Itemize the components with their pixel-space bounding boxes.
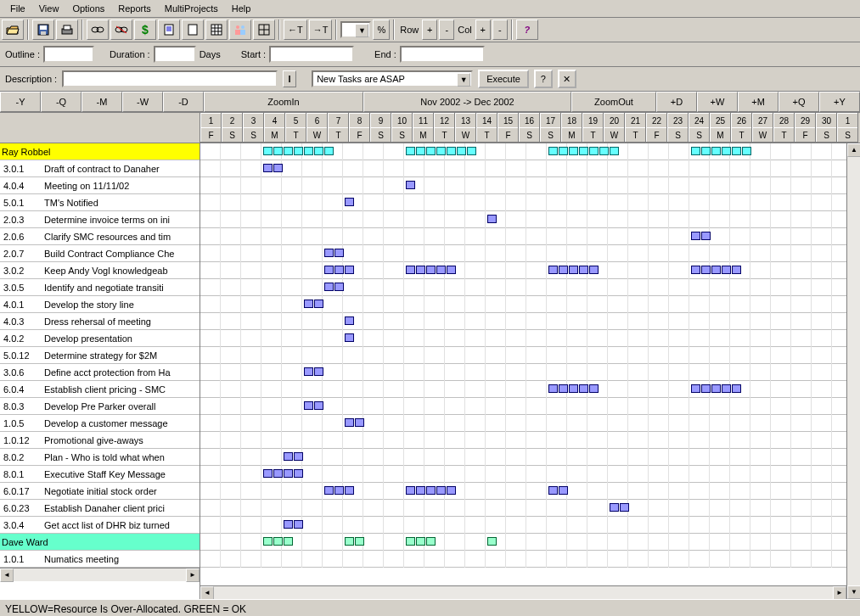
grid-icon[interactable] [253,20,275,40]
gantt-bar[interactable] [610,503,630,512]
day-dow[interactable]: T [285,127,306,142]
nav-minus-quarter[interactable]: -Q [41,92,82,112]
day-num[interactable]: 17 [540,113,560,127]
nav-plus-year[interactable]: +Y [819,92,860,112]
task-row[interactable]: 5.0.1TM's Notified [0,194,200,211]
day-num[interactable]: 22 [646,113,666,127]
save-icon[interactable] [32,20,54,40]
day-num[interactable]: 18 [561,113,582,127]
gantt-bar[interactable] [487,215,497,223]
task-row[interactable]: 6.0.4Establish client pricing - SMC [0,381,200,398]
day-dow[interactable]: S [667,127,688,142]
task-row[interactable]: 4.0.2Develop presentation [0,330,200,347]
task-row[interactable]: 1.0.5Develop a customer message [0,415,200,432]
task-row[interactable]: 3.0.2Keep Andy Vogl knowledgeab [0,262,200,279]
right-hscroll[interactable]: ◄► [200,585,846,599]
task-row[interactable]: 1.0.1Numatics meeting [0,551,200,568]
percent-button[interactable]: % [373,20,390,40]
task-row[interactable]: 2.0.7Build Contract Compliance Che [0,245,200,262]
table-icon[interactable] [205,20,228,40]
close-button[interactable]: ✕ [558,70,576,88]
day-num[interactable]: 1 [837,113,857,127]
gantt-bar[interactable] [284,452,304,461]
gantt-bar[interactable] [406,147,477,155]
day-dow[interactable]: T [582,127,603,142]
day-dow[interactable]: F [200,127,221,142]
print-icon[interactable] [56,20,78,40]
gantt-row[interactable] [200,551,860,568]
gantt-row[interactable] [200,415,860,432]
day-dow[interactable]: T [773,127,794,142]
left-hscroll[interactable]: ◄► [0,568,200,581]
day-num[interactable]: 12 [434,113,454,127]
gantt-bar[interactable] [345,333,355,342]
day-num[interactable]: 9 [370,113,391,127]
task-row[interactable]: 3.0.4Get acct list of DHR biz turned [0,517,200,534]
doc-icon[interactable] [182,20,204,40]
day-dow[interactable]: W [455,127,475,142]
day-num[interactable]: 28 [773,113,794,127]
task-row[interactable]: 8.0.3Develop Pre Parker overall [0,398,200,415]
day-num[interactable]: 3 [243,113,263,127]
row-plus[interactable]: + [422,20,437,40]
task-mode-select[interactable]: New Tasks are ASAP▼ [312,70,473,87]
gantt-bar[interactable] [324,283,345,291]
day-dow[interactable]: W [604,127,624,142]
percent-combo[interactable]: ▼ [340,21,371,38]
task-row[interactable]: 4.0.1Develop the story line [0,296,200,313]
day-dow[interactable]: F [349,127,369,142]
day-num[interactable]: 20 [604,113,624,127]
gantt-row[interactable] [200,143,860,160]
menu-help[interactable]: Help [225,2,258,15]
task-row[interactable]: 8.0.1Executive Staff Key Message [0,466,200,483]
gantt-bar[interactable] [263,164,284,172]
gantt-row[interactable] [200,398,860,415]
day-num[interactable]: 7 [328,113,348,127]
day-num[interactable]: 21 [625,113,645,127]
task-row[interactable]: 4.0.4Meeting on 11/11/02 [0,177,200,194]
end-input[interactable] [400,46,485,63]
day-dow[interactable]: S [519,127,539,142]
task-row[interactable]: 2.0.6Clarify SMC resources and tim [0,228,200,245]
day-dow[interactable]: S [816,127,836,142]
day-num[interactable]: 6 [306,113,327,127]
gantt-bar[interactable] [406,266,457,274]
nav-minus-day[interactable]: -D [163,92,204,112]
gantt-row[interactable] [200,466,860,483]
day-num[interactable]: 26 [731,113,751,127]
day-num[interactable]: 11 [413,113,433,127]
duration-input[interactable] [154,46,196,63]
gantt-row[interactable] [200,177,860,194]
gantt-row[interactable] [200,500,860,517]
help-button[interactable]: ? [534,70,553,88]
gantt-row[interactable] [200,364,860,381]
task-row[interactable]: 8.0.2Plan - Who is told what when [0,449,200,466]
resource-row[interactable]: Ray Robbel [0,143,200,160]
gantt-bar[interactable] [324,249,345,257]
task-row[interactable]: 3.0.6Define acct protection from Ha [0,364,200,381]
menu-reports[interactable]: Reports [111,2,158,15]
task-row[interactable]: 5.0.12Determine strategy for $2M [0,347,200,364]
gantt-bar[interactable] [691,147,752,155]
gantt-bar[interactable] [263,147,334,155]
day-dow[interactable]: T [625,127,645,142]
day-dow[interactable]: F [646,127,666,142]
day-num[interactable]: 2 [222,113,242,127]
day-num[interactable]: 4 [264,113,284,127]
nav-plus-day[interactable]: +D [656,92,697,112]
day-num[interactable]: 13 [455,113,475,127]
cost-icon[interactable]: $ [134,20,156,40]
task-row[interactable]: 6.0.17Negotiate initial stock order [0,483,200,500]
day-dow[interactable]: F [497,127,518,142]
gantt-row[interactable] [200,347,860,364]
start-input[interactable] [269,46,354,63]
gantt-bar[interactable] [324,266,355,274]
day-num[interactable]: 15 [497,113,518,127]
description-input[interactable] [62,70,278,87]
gantt-row[interactable] [200,313,860,330]
gantt-bar[interactable] [548,266,599,274]
day-dow[interactable]: M [264,127,284,142]
gantt-bar[interactable] [345,198,355,206]
day-dow[interactable]: M [710,127,730,142]
day-dow[interactable]: S [837,127,857,142]
